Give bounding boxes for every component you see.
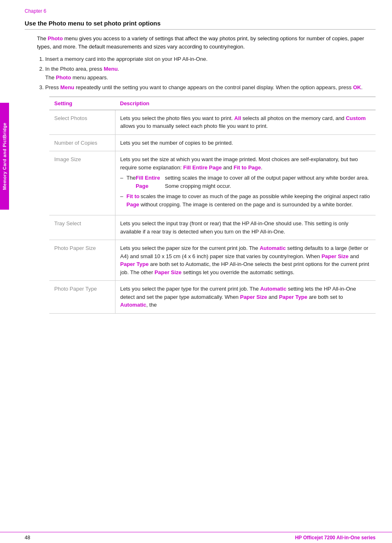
bullet-fill-entire: The Fill Entire Page setting scales the …: [120, 174, 371, 190]
chapter-label: Chapter 6: [25, 8, 376, 14]
custom-highlight: Custom: [346, 115, 366, 121]
page-wrapper: Memory Card and PictBridge Chapter 6 Use…: [0, 0, 392, 543]
menu-highlight-3: Menu: [60, 84, 74, 90]
setting-photo-paper-size: Photo Paper Size: [49, 240, 115, 281]
page-footer: 48 HP Officejet 7200 All-in-One series: [0, 532, 392, 543]
col-setting-header: Setting: [49, 97, 115, 110]
fill-entire-inline: Fill Entire Page: [136, 174, 165, 190]
ok-highlight: OK: [353, 84, 361, 90]
setting-tray-select: Tray Select: [49, 215, 115, 240]
section-heading: Use the Photo menu to set photo print op…: [25, 20, 376, 30]
main-content: Chapter 6 Use the Photo menu to set phot…: [25, 0, 376, 314]
table-row: Photo Paper Type Lets you select the pap…: [49, 281, 376, 314]
automatic-h1: Automatic: [260, 245, 286, 251]
desc-select-photos: Lets you select the photo files you want…: [115, 110, 376, 134]
desc-image-size: Lets you set the size at which you want …: [115, 151, 376, 215]
paper-size-h3: Paper Size: [240, 294, 267, 300]
paper-type-h2: Paper Type: [279, 294, 307, 300]
fit-to-page-inline: Fit to Page: [127, 192, 141, 208]
automatic-h2: Automatic: [260, 286, 286, 292]
photo-highlight-1: Photo: [48, 35, 63, 42]
desc-photo-paper-type: Lets you select the paper type for the c…: [115, 281, 376, 314]
footer-page-number: 48: [25, 535, 30, 541]
table-header-row: Setting Description: [49, 97, 376, 110]
bullet-fit-to-page: Fit to Page scales the image to cover as…: [120, 192, 371, 208]
menu-highlight-2: Menu: [104, 66, 118, 72]
desc-number-copies: Lets you set the number of copies to be …: [115, 134, 376, 151]
table-row: Number of Copies Lets you set the number…: [49, 134, 376, 151]
setting-photo-paper-type: Photo Paper Type: [49, 281, 115, 314]
table-row: Image Size Lets you set the size at whic…: [49, 151, 376, 215]
settings-table: Setting Description Select Photos Lets y…: [49, 97, 376, 314]
setting-select-photos: Select Photos: [49, 110, 115, 134]
sidebar-tab-label: Memory Card and PictBridge: [2, 122, 7, 190]
setting-number-copies: Number of Copies: [49, 134, 115, 151]
step-1: Insert a memory card into the appropriat…: [45, 55, 376, 63]
all-highlight: All: [234, 115, 241, 121]
col-description-header: Description: [115, 97, 376, 110]
photo-highlight-2: Photo: [56, 74, 71, 81]
paper-type-h1: Paper Type: [120, 261, 149, 267]
table-row: Tray Select Lets you select the input tr…: [49, 215, 376, 240]
step-2: In the Photo area, press Menu. The Photo…: [45, 65, 376, 81]
desc-photo-paper-size: Lets you select the paper size for the c…: [115, 240, 376, 281]
sidebar-tab: Memory Card and PictBridge: [0, 103, 9, 210]
setting-image-size: Image Size: [49, 151, 115, 215]
intro-text: menu gives you access to a variety of se…: [37, 35, 364, 50]
step-3: Press Menu repeatedly until the setting …: [45, 83, 376, 92]
table-row: Photo Paper Size Lets you select the pap…: [49, 240, 376, 281]
paper-size-h1: Paper Size: [321, 253, 348, 259]
paper-size-h2: Paper Size: [154, 269, 182, 275]
automatic-h3: Automatic: [120, 302, 147, 308]
steps-list: Insert a memory card into the appropriat…: [45, 55, 376, 92]
image-size-bullets: The Fill Entire Page setting scales the …: [120, 174, 371, 208]
table-row: Select Photos Lets you select the photo …: [49, 110, 376, 134]
intro-paragraph: The Photo menu gives you access to a var…: [37, 35, 376, 51]
fit-to-page-highlight: Fit to Page: [234, 164, 261, 171]
footer-brand: HP Officejet 7200 All-in-One series: [295, 535, 376, 541]
desc-tray-select: Lets you select the input tray (front or…: [115, 215, 376, 240]
fill-entire-page-highlight: Fill Entire Page: [183, 164, 222, 171]
